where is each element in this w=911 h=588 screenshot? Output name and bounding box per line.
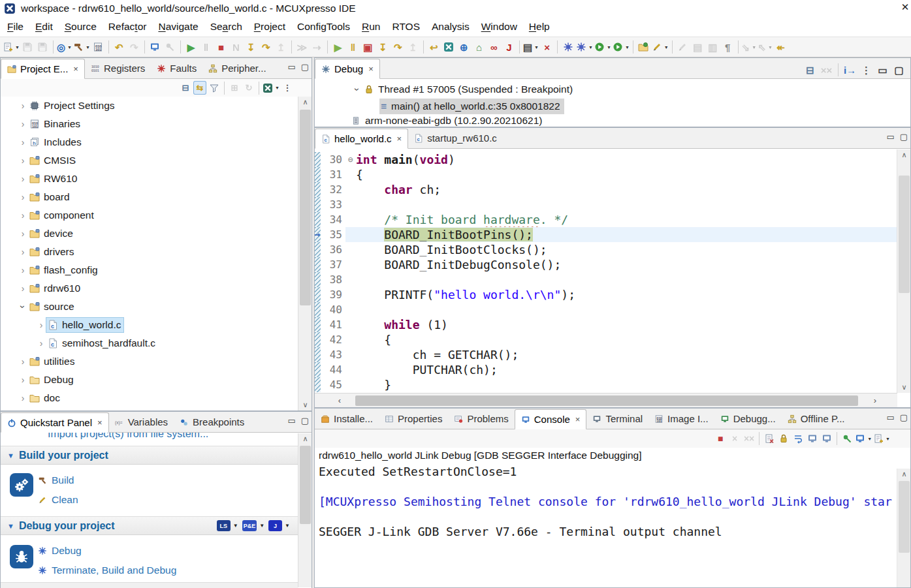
- show-full-paths-icon[interactable]: i→: [843, 62, 857, 78]
- tree-item-device[interactable]: ›device: [1, 224, 312, 243]
- menu-analysis[interactable]: Analysis: [426, 18, 475, 35]
- maximize-icon[interactable]: ▢: [301, 416, 309, 425]
- scrollbar-thumb[interactable]: [899, 481, 910, 553]
- faults-icon[interactable]: [561, 39, 575, 55]
- code-editor[interactable]: 30⊖int main(void)31{32 char ch;3334 /* I…: [315, 149, 910, 394]
- tab-breakpoints[interactable]: Breakpoints: [174, 412, 250, 432]
- close-icon[interactable]: ×: [575, 414, 581, 424]
- minimize-icon[interactable]: ▭: [287, 63, 295, 71]
- debug-frame-row[interactable]: ≡ main() at hello_world.c:35 0x8001822: [315, 98, 910, 115]
- tree-item-binaries[interactable]: ›Binaries: [1, 115, 312, 133]
- tab-installed-sdks[interactable]: Installe...: [315, 409, 379, 429]
- scrollbar-thumb[interactable]: [300, 446, 311, 524]
- quickstart-scrollbar[interactable]: ∧: [298, 433, 312, 587]
- build-hammer-icon[interactable]: ▼: [73, 39, 90, 55]
- tab-problems[interactable]: Problems: [448, 409, 514, 429]
- expander-icon[interactable]: ›: [352, 84, 362, 95]
- chevron-down-icon[interactable]: ▼: [259, 523, 264, 529]
- build-section-header[interactable]: ▼ Build your project: [1, 446, 298, 465]
- scroll-down-icon[interactable]: ∨: [897, 382, 911, 393]
- close-icon[interactable]: ×: [368, 64, 374, 74]
- home-icon[interactable]: ⌂: [472, 39, 486, 55]
- mcux-quick-actions-icon[interactable]: ▼: [263, 81, 280, 95]
- terminate-build-debug-link[interactable]: Terminate, Build and Debug: [38, 565, 176, 576]
- scroll-left-icon[interactable]: ‹: [333, 394, 346, 408]
- collapse-all-icon[interactable]: ⊟: [179, 81, 192, 95]
- editor-hscrollbar[interactable]: ‹ ›: [315, 393, 897, 407]
- scroll-up-icon[interactable]: ∧: [298, 97, 312, 108]
- open-project-icon[interactable]: [637, 39, 650, 55]
- code-line[interactable]: 44 PUTCHAR(ch);: [315, 362, 910, 377]
- code-line[interactable]: 32 char ch;: [315, 182, 910, 197]
- tab-quickstart[interactable]: Quickstart Panel ×: [1, 412, 109, 433]
- step-over-icon[interactable]: ↷: [259, 39, 273, 55]
- quickstart-hscrollbar[interactable]: [1, 582, 298, 588]
- pemicro-probe-icon[interactable]: P&E: [242, 520, 257, 531]
- import-project-link[interactable]: Import project(s) from file system...: [48, 433, 208, 440]
- expander-icon[interactable]: ›: [18, 265, 28, 275]
- tree-item-includes[interactable]: ›Includes: [1, 133, 312, 151]
- tab-debug[interactable]: Debug ×: [315, 59, 380, 79]
- menu-navigate[interactable]: Navigate: [152, 18, 204, 35]
- show-stdout-when-changed-icon[interactable]: [806, 431, 819, 446]
- redo-icon[interactable]: ↷: [127, 39, 141, 55]
- guide-book-icon[interactable]: ▤▼: [523, 39, 539, 55]
- tree-item-board[interactable]: ›board: [1, 188, 312, 206]
- menu-window[interactable]: Window: [475, 18, 523, 35]
- minimize-icon[interactable]: ▭: [886, 413, 894, 422]
- tab-debugger-console[interactable]: Debugg...: [714, 409, 782, 429]
- refresh-icon[interactable]: ↻: [242, 81, 255, 95]
- menu-source[interactable]: Source: [59, 18, 103, 35]
- new-wizard-icon[interactable]: ▼: [3, 39, 20, 55]
- expander-icon[interactable]: ›: [18, 375, 28, 385]
- expander-icon[interactable]: ›: [18, 283, 28, 294]
- expander-icon[interactable]: ›: [18, 137, 28, 147]
- tab-variables[interactable]: Variables: [109, 412, 174, 432]
- instruction-step-over-icon[interactable]: ⇢: [310, 39, 324, 55]
- expander-icon[interactable]: ›: [18, 119, 28, 129]
- restart-icon[interactable]: ▶: [331, 39, 345, 55]
- code-line[interactable]: 36 BOARD_InitBootClocks();: [315, 242, 910, 257]
- mcuxpresso-icon[interactable]: [442, 39, 456, 55]
- maximize-icon[interactable]: ▢: [900, 132, 908, 141]
- resume-icon[interactable]: ▶: [184, 39, 198, 55]
- terminate-icon[interactable]: ■: [214, 39, 228, 55]
- word-wrap-icon[interactable]: [791, 431, 805, 446]
- tab-terminal[interactable]: Terminal: [586, 409, 648, 429]
- tree-item-doc[interactable]: ›doc: [1, 389, 312, 407]
- code-line[interactable]: 42 {: [315, 332, 910, 347]
- expander-icon[interactable]: ›: [18, 302, 28, 312]
- profile-icon[interactable]: ▼: [613, 39, 630, 55]
- code-line[interactable]: →35 BOARD_InitBootPins();: [315, 227, 910, 242]
- link-with-editor-icon[interactable]: ⇆: [193, 81, 206, 95]
- tree-item-component[interactable]: ›component: [1, 206, 312, 224]
- menu-search[interactable]: Search: [204, 18, 248, 35]
- tab-faults[interactable]: Faults: [151, 58, 202, 78]
- minimize-icon[interactable]: ▭: [876, 62, 889, 78]
- show-stderr-when-changed-icon[interactable]: [820, 431, 833, 446]
- tree-item-utilities[interactable]: ›utilities: [1, 352, 312, 371]
- scroll-lock-icon[interactable]: [777, 431, 790, 446]
- tree-item-drivers[interactable]: ›drivers: [1, 243, 312, 261]
- maximize-icon[interactable]: ▢: [301, 63, 309, 71]
- code-line[interactable]: 38: [315, 272, 910, 287]
- expander-icon[interactable]: ›: [36, 320, 46, 330]
- tree-item-rdrw610[interactable]: ›rdrw610: [1, 279, 312, 298]
- build-link[interactable]: Build: [38, 474, 74, 486]
- suspend-all-icon[interactable]: ‖: [346, 39, 360, 55]
- terminate-all-icon[interactable]: ▣: [361, 39, 375, 55]
- vertical-sash[interactable]: [312, 57, 314, 588]
- tab-offline-peripherals[interactable]: Offline P...: [782, 409, 851, 429]
- close-icon[interactable]: ×: [73, 64, 78, 74]
- scroll-up-icon[interactable]: ∧: [897, 149, 911, 161]
- menu-help[interactable]: Help: [523, 18, 556, 35]
- paste-icon[interactable]: ▥: [706, 39, 720, 55]
- code-line[interactable]: 31{: [315, 167, 910, 182]
- window-close-icon[interactable]: ✕: [899, 1, 911, 13]
- editor-vscrollbar[interactable]: ∧ ∨: [897, 149, 910, 393]
- menu-run[interactable]: Run: [356, 18, 386, 35]
- expander-icon[interactable]: ›: [18, 174, 28, 184]
- expander-icon[interactable]: ›: [18, 101, 28, 111]
- code-line[interactable]: 37 BOARD_InitDebugConsole();: [315, 257, 910, 272]
- maximize-icon[interactable]: ▢: [900, 413, 908, 422]
